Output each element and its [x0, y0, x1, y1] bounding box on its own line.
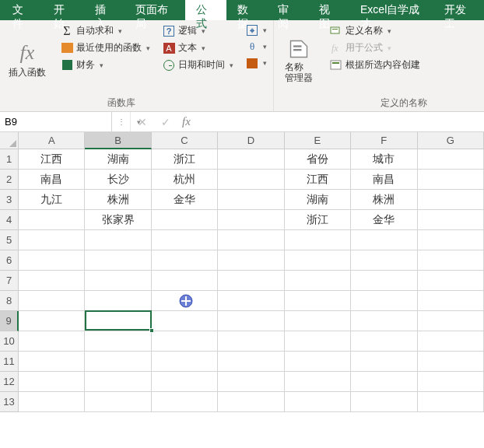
cell[interactable]: 金华 — [351, 210, 417, 230]
cell[interactable]: 省份 — [285, 149, 351, 170]
cell[interactable]: 南昌 — [351, 170, 417, 190]
cell[interactable] — [351, 291, 417, 311]
cell[interactable] — [285, 271, 351, 291]
cell[interactable] — [218, 149, 284, 170]
logical-button[interactable]: ? 逻辑 ▾ — [161, 23, 235, 38]
row-header[interactable]: 4 — [0, 210, 19, 230]
cell[interactable] — [418, 230, 484, 250]
cell[interactable] — [85, 271, 151, 291]
cell[interactable] — [218, 210, 284, 230]
column-header[interactable]: A — [19, 132, 85, 149]
cell[interactable] — [85, 250, 151, 271]
cell[interactable]: 九江 — [19, 190, 85, 210]
cell[interactable] — [152, 331, 218, 352]
cell[interactable] — [85, 291, 151, 311]
cell[interactable] — [418, 210, 484, 230]
insert-function-button[interactable]: fx 插入函数 — [5, 23, 50, 97]
cell[interactable] — [418, 149, 484, 170]
autosum-button[interactable]: Σ 自动求和 ▾ — [59, 23, 152, 38]
use-in-formula-button[interactable]: fx 用于公式 ▾ — [328, 40, 422, 55]
tab-data[interactable]: 数据 — [226, 0, 268, 20]
lookup-button[interactable]: ⌖ ▾ — [244, 23, 268, 37]
row-header[interactable]: 6 — [0, 250, 19, 271]
cell[interactable] — [218, 392, 284, 412]
cell[interactable] — [418, 271, 484, 291]
collapse-button[interactable]: ⋮ — [112, 112, 131, 131]
cell[interactable] — [418, 250, 484, 271]
cell[interactable] — [218, 271, 284, 291]
name-box[interactable]: ▾ — [0, 112, 112, 131]
cell[interactable]: 浙江 — [152, 149, 218, 170]
define-name-button[interactable]: 定义名称 ▾ — [328, 23, 422, 38]
datetime-button[interactable]: 日期和时间 ▾ — [161, 58, 235, 72]
enter-icon[interactable]: ✓ — [154, 116, 177, 128]
cell[interactable]: 杭州 — [152, 170, 218, 190]
cell[interactable] — [19, 291, 85, 311]
cell[interactable] — [19, 392, 85, 412]
cell[interactable] — [85, 372, 151, 392]
formula-input[interactable] — [195, 116, 484, 128]
cell[interactable] — [152, 210, 218, 230]
cell[interactable] — [285, 230, 351, 250]
cell[interactable] — [152, 311, 218, 331]
cell[interactable]: 浙江 — [285, 210, 351, 230]
cell[interactable] — [218, 170, 284, 190]
cell[interactable] — [351, 372, 417, 392]
cell[interactable]: 江西 — [19, 149, 85, 170]
tab-review[interactable]: 审阅 — [267, 0, 308, 20]
fx-icon[interactable]: fx — [177, 115, 195, 128]
cell[interactable] — [19, 210, 85, 230]
row-header[interactable]: 1 — [0, 149, 19, 170]
cell[interactable] — [418, 170, 484, 190]
cell[interactable] — [152, 352, 218, 372]
recent-functions-button[interactable]: 最近使用的函数 ▾ — [59, 40, 152, 55]
cell[interactable] — [351, 230, 417, 250]
cell[interactable]: 湖南 — [85, 149, 151, 170]
row-header[interactable]: 3 — [0, 190, 19, 210]
fill-handle[interactable] — [149, 328, 154, 333]
cell[interactable] — [418, 331, 484, 352]
row-header[interactable]: 12 — [0, 372, 19, 392]
cell[interactable] — [19, 271, 85, 291]
cell[interactable]: 江西 — [285, 170, 351, 190]
cell[interactable] — [418, 392, 484, 412]
more-functions-button[interactable]: ▾ — [244, 56, 268, 70]
tab-file[interactable]: 文件 — [0, 0, 43, 20]
row-header[interactable]: 9 — [0, 311, 19, 331]
cell[interactable] — [218, 250, 284, 271]
cell[interactable] — [285, 311, 351, 331]
column-header[interactable]: G — [418, 132, 484, 149]
cell[interactable]: 南昌 — [19, 170, 85, 190]
cell[interactable] — [19, 372, 85, 392]
row-header[interactable]: 2 — [0, 170, 19, 190]
cell[interactable] — [218, 230, 284, 250]
cell[interactable] — [19, 250, 85, 271]
cell[interactable] — [152, 372, 218, 392]
cell[interactable] — [152, 271, 218, 291]
cell[interactable]: 株洲 — [85, 190, 151, 210]
select-all-corner[interactable] — [0, 132, 19, 149]
tab-insert[interactable]: 插入 — [84, 0, 125, 20]
cell[interactable] — [351, 271, 417, 291]
cell[interactable] — [218, 311, 284, 331]
math-button[interactable]: θ ▾ — [244, 40, 268, 54]
name-manager-button[interactable]: 名称 管理器 — [279, 23, 319, 97]
cell[interactable] — [85, 311, 151, 331]
cell[interactable] — [152, 230, 218, 250]
financial-button[interactable]: 财务 ▾ — [59, 58, 152, 72]
text-button[interactable]: A 文本 ▾ — [161, 40, 235, 55]
row-header[interactable]: 10 — [0, 331, 19, 352]
column-header[interactable]: D — [218, 132, 284, 149]
tab-formulas[interactable]: 公式 — [185, 0, 226, 20]
tab-developer[interactable]: 开发工 — [433, 0, 484, 20]
tab-home[interactable]: 开始 — [43, 0, 84, 20]
cell[interactable] — [218, 291, 284, 311]
row-header[interactable]: 5 — [0, 230, 19, 250]
cell[interactable] — [418, 291, 484, 311]
cell[interactable] — [418, 190, 484, 210]
cell[interactable] — [285, 331, 351, 352]
cell[interactable] — [351, 392, 417, 412]
column-header[interactable]: C — [152, 132, 218, 149]
cell[interactable] — [218, 331, 284, 352]
column-header[interactable]: F — [351, 132, 417, 149]
